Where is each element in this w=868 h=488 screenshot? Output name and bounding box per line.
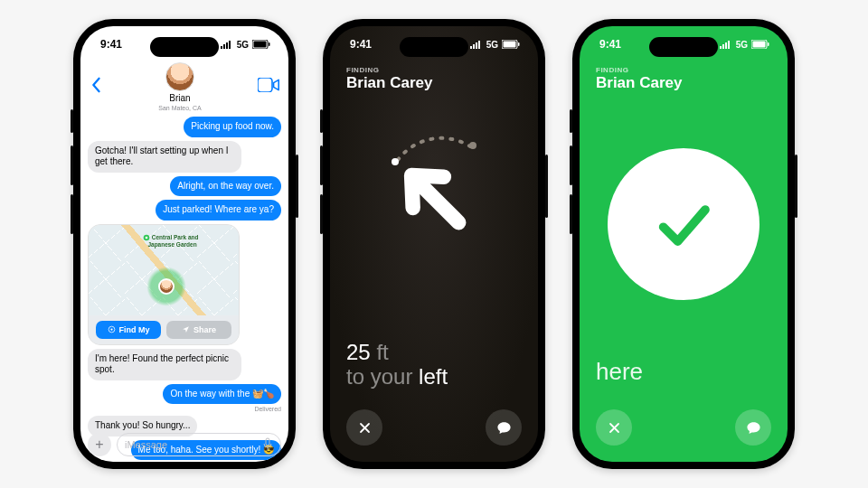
svg-rect-13 (470, 46, 472, 49)
message-outgoing[interactable]: Just parked! Where are ya? (156, 200, 281, 221)
iphone-precision-finding-dark: 9:41 5G FINDING Brian Carey (323, 19, 545, 469)
svg-rect-2 (226, 42, 228, 49)
map-place-callout: Central Park and Japanese Garden (143, 234, 198, 248)
map-avatar (158, 278, 175, 295)
direction-indicator (330, 117, 538, 279)
svg-rect-14 (473, 44, 475, 49)
status-time: 9:41 (100, 38, 122, 51)
message-icon (496, 420, 512, 436)
svg-rect-23 (720, 46, 722, 49)
svg-rect-16 (478, 41, 480, 49)
svg-rect-6 (269, 42, 270, 46)
battery-icon (252, 40, 270, 49)
contact-avatar (165, 62, 194, 91)
direction-arc (384, 133, 484, 169)
svg-point-20 (392, 158, 399, 165)
dynamic-island (400, 37, 468, 57)
checkmark-icon (647, 188, 720, 260)
arrived-label: here (596, 358, 643, 386)
message-input[interactable]: iMessage (117, 433, 281, 456)
map-location-halo (146, 267, 186, 306)
message-outgoing[interactable]: Alright, on the way over. (170, 176, 281, 197)
message-incoming[interactable]: I'm here! Found the perfect picnic spot. (88, 349, 241, 380)
close-button[interactable] (346, 409, 382, 446)
battery-icon (751, 40, 769, 49)
message-placeholder: iMessage (125, 439, 167, 450)
svg-rect-12 (266, 438, 269, 446)
iphone-precision-finding-green: 9:41 5G FINDING Brian Carey here (572, 19, 795, 469)
finding-label: FINDING (346, 66, 522, 74)
svg-rect-28 (753, 42, 766, 48)
battery-icon (502, 40, 520, 49)
svg-rect-25 (725, 42, 727, 49)
svg-rect-19 (518, 42, 520, 46)
message-outgoing[interactable]: Picking up food now. (184, 117, 281, 137)
findmy-icon (108, 325, 116, 333)
dynamic-island (150, 37, 219, 57)
svg-rect-18 (504, 42, 516, 48)
svg-rect-5 (254, 42, 267, 48)
svg-point-11 (110, 328, 112, 330)
finding-title: FINDING Brian Carey (330, 62, 538, 92)
svg-rect-3 (229, 41, 231, 49)
direction-prefix: to your (346, 364, 419, 389)
delivered-label: Delivered (254, 406, 281, 412)
svg-rect-29 (768, 42, 769, 46)
iphone-messages: 9:41 5G Brian San Mateo, CA Picking up f… (73, 19, 296, 469)
findmy-button[interactable]: Find My (96, 321, 161, 339)
facetime-button[interactable] (258, 78, 279, 96)
conversation-header: Brian San Mateo, CA (80, 62, 288, 117)
signal-icon (470, 40, 483, 49)
close-icon (608, 421, 621, 435)
finding-name: Brian Carey (596, 74, 771, 92)
share-button[interactable]: Share (166, 321, 231, 339)
network-label: 5G (736, 40, 748, 50)
network-label: 5G (486, 40, 498, 50)
finding-title: FINDING Brian Carey (580, 62, 788, 92)
distance-readout: 25 ft to your left (346, 340, 448, 389)
svg-rect-24 (722, 44, 724, 49)
map-preview: Central Park and Japanese Garden (89, 225, 239, 315)
dynamic-island (649, 37, 718, 57)
svg-rect-15 (476, 42, 477, 49)
close-button[interactable] (596, 409, 632, 446)
svg-point-21 (469, 142, 476, 149)
close-icon (358, 421, 372, 435)
svg-rect-0 (221, 46, 222, 49)
back-button[interactable] (90, 77, 102, 97)
svg-line-22 (414, 178, 458, 222)
contact-info[interactable]: Brian San Mateo, CA (158, 62, 201, 111)
svg-point-9 (146, 236, 148, 239)
message-button[interactable] (735, 409, 771, 446)
signal-icon (720, 40, 732, 49)
location-share-card[interactable]: Central Park and Japanese Garden Find My… (88, 224, 240, 345)
message-icon (746, 420, 761, 436)
contact-name: Brian (169, 93, 190, 103)
message-button[interactable] (486, 409, 522, 446)
message-incoming[interactable]: Gotcha! I'll start setting up when I get… (88, 141, 241, 173)
finding-name: Brian Carey (346, 74, 522, 92)
svg-rect-1 (223, 44, 225, 49)
svg-rect-7 (258, 78, 272, 92)
network-label: 5G (237, 40, 249, 50)
contact-location: San Mateo, CA (158, 105, 201, 111)
finding-label: FINDING (596, 66, 771, 74)
svg-rect-26 (728, 41, 730, 49)
status-time: 9:41 (599, 38, 621, 51)
message-thread[interactable]: Picking up food now. Gotcha! I'll start … (80, 117, 288, 460)
share-icon (182, 325, 190, 333)
status-time: 9:41 (350, 38, 372, 51)
attach-button[interactable]: + (88, 433, 111, 456)
distance-unit: ft (376, 340, 388, 364)
message-composer: + iMessage (88, 433, 281, 456)
signal-icon (221, 40, 233, 49)
arrived-indicator (608, 148, 760, 300)
direction-word: left (419, 364, 448, 389)
dictate-icon[interactable] (262, 437, 273, 452)
message-outgoing[interactable]: On the way with the 🧺🍗 (163, 384, 281, 405)
distance-value: 25 (346, 340, 371, 364)
